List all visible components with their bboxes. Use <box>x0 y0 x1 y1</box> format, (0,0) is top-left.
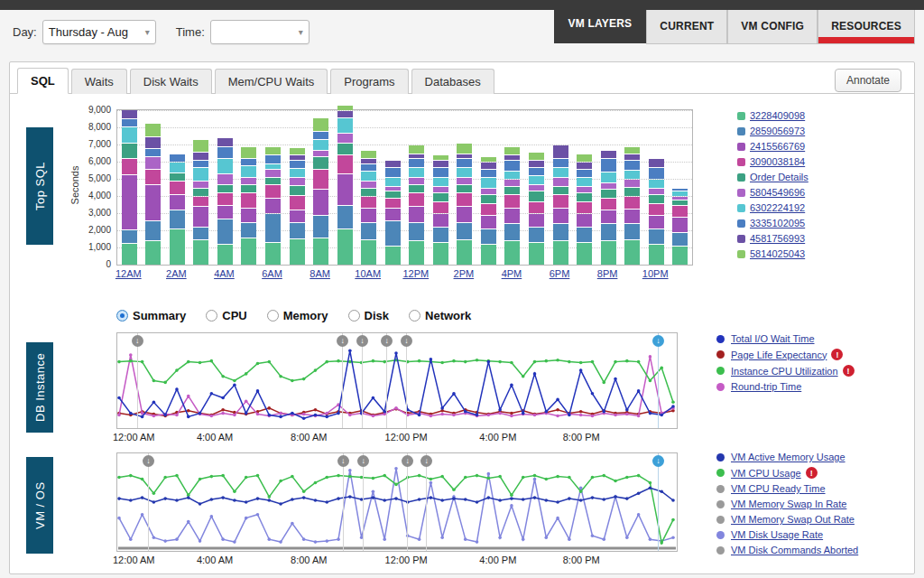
bar-hour-0[interactable] <box>122 110 137 265</box>
bar-segment[interactable] <box>649 245 664 265</box>
nav-tab-resources[interactable]: RESOURCES <box>818 10 915 44</box>
bar-segment[interactable] <box>122 119 137 127</box>
bar-segment[interactable] <box>409 193 424 206</box>
bar-segment[interactable] <box>313 170 328 190</box>
bar-segment[interactable] <box>265 155 281 163</box>
bar-xaxis-link[interactable]: 2PM <box>444 268 484 279</box>
bar-segment[interactable] <box>241 166 256 177</box>
bar-xaxis-link[interactable]: 10PM <box>635 268 675 279</box>
bar-segment[interactable] <box>145 170 161 184</box>
bar-hour-15[interactable] <box>481 110 496 265</box>
bar-segment[interactable] <box>265 164 281 169</box>
bar-hour-23[interactable] <box>672 110 688 265</box>
legend-link[interactable]: 2859056973 <box>750 126 805 136</box>
bar-segment[interactable] <box>409 154 424 159</box>
bar-segment[interactable] <box>577 170 592 178</box>
bar-hour-21[interactable] <box>624 110 640 265</box>
legend-link[interactable]: Round-trip Time <box>731 381 801 392</box>
bar-segment[interactable] <box>601 241 616 265</box>
bar-segment[interactable] <box>481 170 496 178</box>
bar-segment[interactable] <box>624 161 640 169</box>
bar-hour-5[interactable] <box>241 110 256 265</box>
bar-segment[interactable] <box>553 187 568 195</box>
bar-segment[interactable] <box>265 147 281 155</box>
bar-segment[interactable] <box>241 193 256 208</box>
bar-segment[interactable] <box>409 185 424 193</box>
bar-segment[interactable] <box>601 172 616 182</box>
bar-hour-20[interactable] <box>601 110 616 265</box>
bar-segment[interactable] <box>241 185 256 193</box>
bar-segment[interactable] <box>409 241 424 265</box>
bar-segment[interactable] <box>217 185 233 193</box>
legend-link[interactable]: 2415566769 <box>750 141 805 152</box>
bar-segment[interactable] <box>529 161 544 167</box>
bar-segment[interactable] <box>433 155 448 160</box>
legend-link[interactable]: VM Memory Swap In Rate <box>731 499 846 509</box>
bar-segment[interactable] <box>290 169 305 177</box>
bar-segment[interactable] <box>145 157 161 168</box>
bar-segment[interactable] <box>457 193 472 206</box>
bar-segment[interactable] <box>577 154 592 163</box>
bar-hour-18[interactable] <box>553 110 568 265</box>
bar-segment[interactable] <box>170 195 185 210</box>
bar-segment[interactable] <box>672 218 688 232</box>
bar-segment[interactable] <box>481 195 496 203</box>
bar-segment[interactable] <box>433 187 448 193</box>
bar-segment[interactable] <box>649 229 664 244</box>
bar-segment[interactable] <box>217 138 233 146</box>
bar-segment[interactable] <box>649 159 664 167</box>
bar-segment[interactable] <box>361 151 376 159</box>
bar-segment[interactable] <box>504 187 520 195</box>
bar-segment[interactable] <box>313 157 328 168</box>
annotation-arrow-icon[interactable]: ↓ <box>132 335 143 347</box>
bar-segment[interactable] <box>481 204 496 215</box>
bar-segment[interactable] <box>385 161 401 167</box>
bar-segment[interactable] <box>385 209 401 219</box>
bar-segment[interactable] <box>241 238 256 265</box>
bar-segment[interactable] <box>553 145 568 158</box>
bar-segment[interactable] <box>529 153 544 161</box>
annotation-arrow-icon[interactable]: ↓ <box>143 455 154 467</box>
radio-summary[interactable]: Summary <box>116 309 186 322</box>
bar-segment[interactable] <box>457 159 472 167</box>
bar-xaxis-link[interactable]: 6PM <box>540 268 579 279</box>
bar-segment[interactable] <box>504 195 520 208</box>
bar-segment[interactable] <box>337 174 353 204</box>
bar-hour-7[interactable] <box>290 110 305 265</box>
bar-segment[interactable] <box>457 168 472 177</box>
annotation-arrow-icon[interactable]: ↓ <box>401 335 412 347</box>
bar-segment[interactable] <box>457 178 472 184</box>
bar-segment[interactable] <box>409 223 424 241</box>
bar-segment[interactable] <box>122 244 137 265</box>
bar-hour-17[interactable] <box>529 110 544 265</box>
bar-segment[interactable] <box>193 228 208 238</box>
bar-segment[interactable] <box>217 219 233 245</box>
bar-segment[interactable] <box>481 178 496 187</box>
annotation-arrow-icon[interactable]: ↓ <box>652 455 664 467</box>
bar-segment[interactable] <box>290 196 305 210</box>
bar-segment[interactable] <box>193 207 208 227</box>
bar-segment[interactable] <box>361 197 376 208</box>
bar-segment[interactable] <box>313 118 328 131</box>
bar-segment[interactable] <box>577 202 592 213</box>
bar-segment[interactable] <box>385 178 401 186</box>
bar-segment[interactable] <box>290 148 305 155</box>
bar-segment[interactable] <box>193 182 208 188</box>
bar-segment[interactable] <box>457 154 472 159</box>
bar-xaxis-link[interactable]: 2AM <box>156 268 196 279</box>
bar-hour-9[interactable] <box>337 110 353 265</box>
bar-segment[interactable] <box>290 210 305 221</box>
radio-disk[interactable]: Disk <box>348 309 389 322</box>
bar-hour-8[interactable] <box>313 110 328 265</box>
bar-xaxis-link[interactable]: 12PM <box>396 268 436 279</box>
bar-segment[interactable] <box>672 191 688 196</box>
bar-segment[interactable] <box>337 144 353 154</box>
bar-segment[interactable] <box>385 168 401 177</box>
bar-segment[interactable] <box>601 210 616 223</box>
legend-link[interactable]: VM CPU Usage <box>731 468 801 479</box>
bar-xaxis-link[interactable]: 8PM <box>587 268 627 279</box>
bar-segment[interactable] <box>385 221 401 247</box>
bar-segment[interactable] <box>145 124 161 136</box>
bar-segment[interactable] <box>672 200 688 205</box>
bar-hour-10[interactable] <box>361 110 376 265</box>
